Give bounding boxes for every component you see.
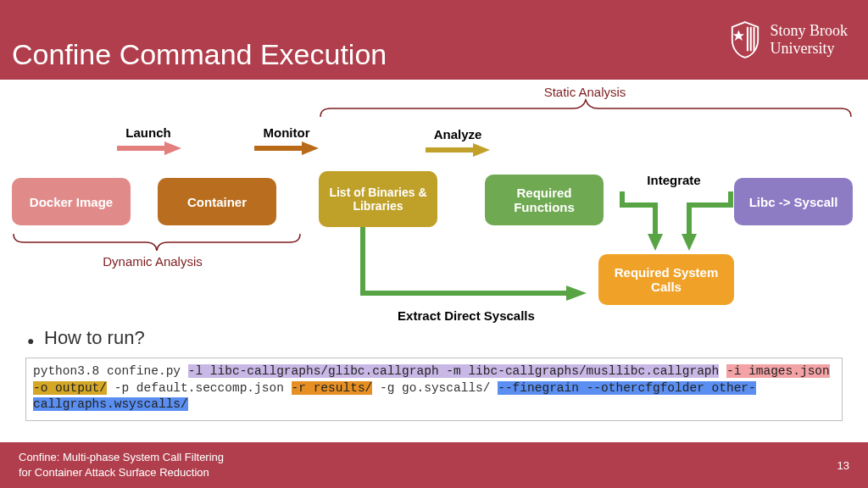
- page-number: 13: [837, 459, 849, 472]
- integrate-label: Integrate: [632, 173, 716, 187]
- how-to-run-heading: How to run?: [44, 327, 145, 349]
- brace-bottom-icon: [12, 232, 302, 252]
- code-prefix: python3.8 confine.py: [33, 364, 188, 378]
- svg-rect-2: [750, 27, 752, 52]
- bullet-icon: ●: [27, 334, 34, 347]
- code-plain1: -p default.seccomp.json: [107, 381, 292, 395]
- svg-rect-1: [747, 27, 748, 52]
- svg-marker-5: [164, 141, 181, 155]
- command-code-block: python3.8 confine.py -l libc-callgraphs/…: [25, 358, 843, 421]
- title-bar: Confine Command Execution Stony Brook Un…: [0, 0, 868, 80]
- extract-label: Extract Direct Syscalls: [373, 308, 559, 323]
- shield-icon: [729, 20, 761, 59]
- arrow-extract-icon: [342, 227, 588, 303]
- arrow-analyze-icon: [426, 142, 490, 158]
- block-container: Container: [158, 178, 276, 225]
- block-binaries-libs: List of Binaries & Libraries: [319, 171, 437, 227]
- block-required-functions: Required Functions: [485, 175, 604, 225]
- launch-label: Launch: [114, 125, 182, 140]
- arrow-integrate-icon: [617, 188, 736, 256]
- monitor-label: Monitor: [253, 125, 320, 140]
- footer-caption: Confine: Multi-phase System Call Filteri…: [19, 450, 224, 480]
- svg-marker-9: [473, 143, 490, 157]
- svg-marker-12: [566, 286, 587, 301]
- code-plain2: -g go.syscalls/: [372, 381, 498, 395]
- slide-title: Confine Command Execution: [12, 38, 387, 71]
- code-output-flag: -o output/: [33, 381, 107, 395]
- svg-marker-11: [682, 234, 697, 251]
- analyze-label: Analyze: [424, 127, 492, 141]
- block-required-syscalls: Required System Calls: [598, 254, 734, 305]
- svg-marker-10: [648, 234, 663, 251]
- svg-marker-7: [302, 141, 319, 155]
- svg-rect-3: [754, 27, 755, 52]
- static-analysis-label: Static Analysis: [475, 85, 695, 99]
- code-results-flag: -r results/: [292, 381, 373, 395]
- arrow-launch-icon: [117, 141, 181, 156]
- dynamic-analysis-label: Dynamic Analysis: [68, 254, 237, 269]
- block-docker-image: Docker Image: [12, 178, 131, 225]
- logo-text: Stony Brook University: [770, 22, 848, 57]
- diagram-area: Static Analysis Launch Monitor Analyze I…: [0, 80, 868, 442]
- code-input-flag: -i images.json: [726, 364, 830, 378]
- brace-top-icon: [319, 98, 853, 119]
- footer-bar: Confine: Multi-phase System Call Filteri…: [0, 442, 868, 488]
- block-libc-syscall: Libc -> Syscall: [734, 178, 853, 225]
- code-libc-flags: -l libc-callgraphs/glibc.callgraph -m li…: [188, 364, 720, 378]
- arrow-monitor-icon: [254, 141, 319, 156]
- university-logo: Stony Brook University: [729, 20, 848, 59]
